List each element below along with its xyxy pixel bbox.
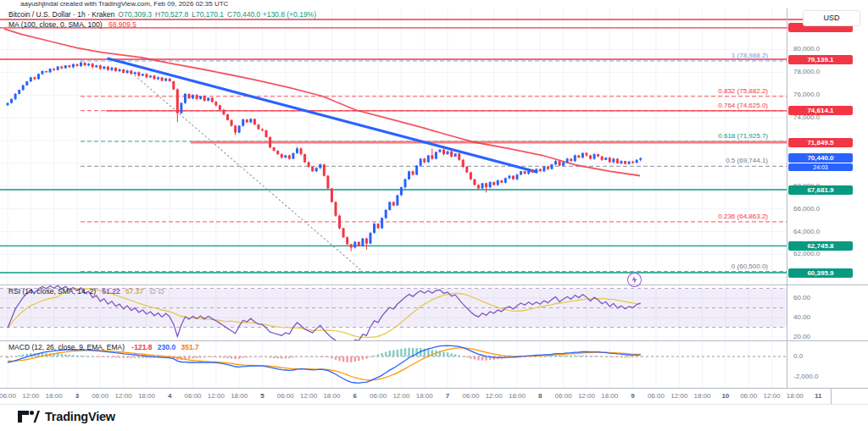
macd-signal-line [8, 348, 641, 380]
downtrend-line [108, 58, 537, 172]
ohlc-low: L70,170.1 [188, 10, 224, 19]
symbol-legend[interactable]: Bitcoin / U.S. Dollar · 1h · KrakenO70,3… [8, 10, 316, 19]
rsi-extra: ∅ ∅ [150, 287, 164, 296]
rsi-value: 51.22 [102, 287, 120, 296]
brand-wordmark: TradingView [45, 410, 115, 423]
horizontal-lines [0, 19, 831, 273]
ma-100-line [4, 29, 640, 175]
fib-retracement [81, 61, 787, 272]
symbol-title: Bitcoin / U.S. Dollar · 1h · Kraken [8, 10, 114, 19]
rsi-legend[interactable]: RSI (14, close, SMA, 14, 2) 51.22 57.37 … [8, 287, 164, 296]
rsi-sma-value: 57.37 [125, 287, 143, 296]
macd-value: 230.0 [158, 343, 175, 351]
ohlc-open: O70,309.3 [114, 10, 152, 19]
attribution-text: aayushjindal created with TradingView.co… [20, 0, 228, 8]
macd-label: MACD (12, 26, close, 9, EMA, EMA) [8, 343, 125, 351]
tradingview-footer-logo[interactable]: TradingView [17, 410, 115, 423]
change-value: +130.8 (+0.19%) [263, 10, 316, 19]
tradingview-chart-window: aayushjindal created with TradingView.co… [0, 0, 868, 431]
macd-signal-value: 351.7 [181, 343, 199, 351]
lightning-bolt-icon [631, 275, 638, 284]
ohlc-close: C70,440.0 [224, 10, 260, 19]
gridlines [0, 8, 787, 388]
ma-label: MA (100, close, 0, SMA, 100) [8, 20, 103, 29]
macd-legend[interactable]: MACD (12, 26, close, 9, EMA, EMA) -121.8… [8, 343, 199, 351]
macd-hist-value: -121.8 [131, 343, 152, 351]
dotted-projection-line [131, 73, 363, 272]
rsi-label: RSI (14, close, SMA, 14, 2) [8, 287, 96, 296]
chart-canvas[interactable] [0, 0, 868, 431]
currency-toggle-usd[interactable]: USD [803, 10, 860, 26]
ohlc-high: H70,527.8 [152, 10, 188, 19]
tradingview-logo-icon [17, 410, 40, 423]
ma-value: 68,909.5 [108, 20, 136, 29]
ma-legend[interactable]: MA (100, close, 0, SMA, 100) 68,909.5 [8, 20, 136, 29]
